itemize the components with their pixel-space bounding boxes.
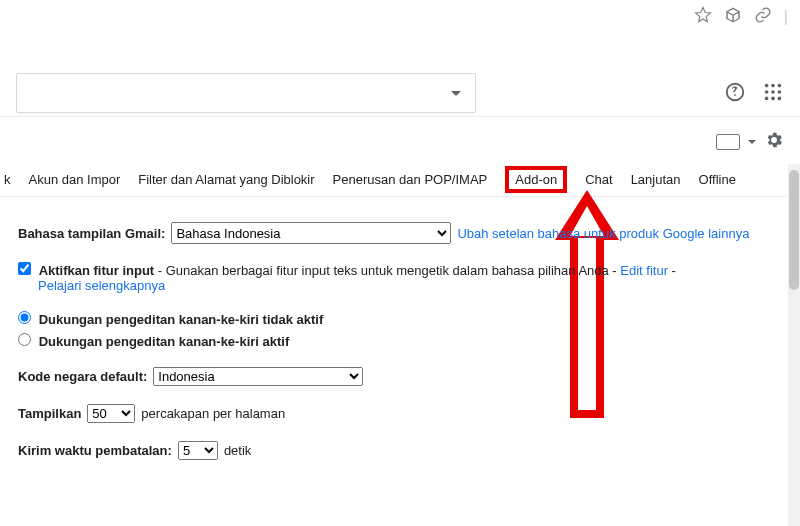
cube-icon[interactable] xyxy=(724,6,742,27)
rtl-on-radio[interactable] xyxy=(18,333,31,346)
change-language-link[interactable]: Ubah setelan bahasa untuk produk Google … xyxy=(457,226,749,241)
tab-advanced[interactable]: Lanjutan xyxy=(631,172,681,187)
header-toolbar xyxy=(0,70,800,117)
gear-icon[interactable] xyxy=(764,130,784,153)
svg-point-5 xyxy=(778,90,782,94)
svg-point-7 xyxy=(771,96,775,100)
settings-tabs: k Akun dan Impor Filter dan Alamat yang … xyxy=(0,162,790,197)
rtl-off-radio[interactable] xyxy=(18,311,31,324)
svg-point-3 xyxy=(765,90,769,94)
link-icon[interactable] xyxy=(754,6,772,27)
rtl-on-label: Dukungan pengeditan kanan-ke-kiri aktif xyxy=(39,334,290,349)
tab-addons[interactable]: Add-on xyxy=(505,166,567,193)
chevron-down-icon xyxy=(451,91,461,96)
svg-point-0 xyxy=(765,83,769,87)
edit-feature-link[interactable]: Edit fitur xyxy=(620,263,668,278)
rtl-off-label: Dukungan pengeditan kanan-ke-kiri tidak … xyxy=(39,312,324,327)
input-tools-and-settings xyxy=(716,130,784,153)
svg-point-4 xyxy=(771,90,775,94)
svg-point-2 xyxy=(778,83,782,87)
tab-chat[interactable]: Chat xyxy=(585,172,612,187)
country-code-label: Kode negara default: xyxy=(18,369,147,384)
pagesize-select[interactable]: 50 xyxy=(87,404,135,423)
language-select[interactable]: Bahasa Indonesia xyxy=(171,222,451,244)
enable-input-tools-label: Aktifkan fitur input xyxy=(39,263,155,278)
tab-filters[interactable]: Filter dan Alamat yang Diblokir xyxy=(138,172,314,187)
chevron-down-icon[interactable] xyxy=(748,140,756,144)
country-code-select[interactable]: Indonesia xyxy=(153,367,363,386)
help-icon[interactable] xyxy=(724,81,746,106)
star-icon[interactable] xyxy=(694,6,712,27)
apps-icon[interactable] xyxy=(762,81,784,106)
main-dropdown[interactable] xyxy=(16,73,476,113)
svg-point-8 xyxy=(778,96,782,100)
pagesize-label: Tampilkan xyxy=(18,406,81,421)
tab-forwarding-pop-imap[interactable]: Penerusan dan POP/IMAP xyxy=(333,172,488,187)
enable-input-tools-desc: - Gunakan berbagai fitur input teks untu… xyxy=(154,263,620,278)
svg-point-1 xyxy=(771,83,775,87)
tab-offline[interactable]: Offline xyxy=(699,172,736,187)
undo-send-suffix: detik xyxy=(224,443,251,458)
tab-cutoff[interactable]: k xyxy=(4,172,11,187)
undo-send-select[interactable]: 5 xyxy=(178,441,218,460)
divider: | xyxy=(784,8,788,26)
language-label: Bahasa tampilan Gmail: xyxy=(18,226,165,241)
enable-input-tools-checkbox[interactable] xyxy=(18,262,31,275)
pagesize-suffix: percakapan per halaman xyxy=(141,406,285,421)
settings-form: Bahasa tampilan Gmail: Bahasa Indonesia … xyxy=(18,222,790,478)
tab-accounts-import[interactable]: Akun dan Impor xyxy=(29,172,121,187)
keyboard-icon[interactable] xyxy=(716,134,740,150)
svg-point-6 xyxy=(765,96,769,100)
learn-more-link[interactable]: Pelajari selengkapnya xyxy=(38,278,165,293)
dash: - xyxy=(668,263,676,278)
scrollbar-thumb[interactable] xyxy=(789,170,799,290)
undo-send-label: Kirim waktu pembatalan: xyxy=(18,443,172,458)
